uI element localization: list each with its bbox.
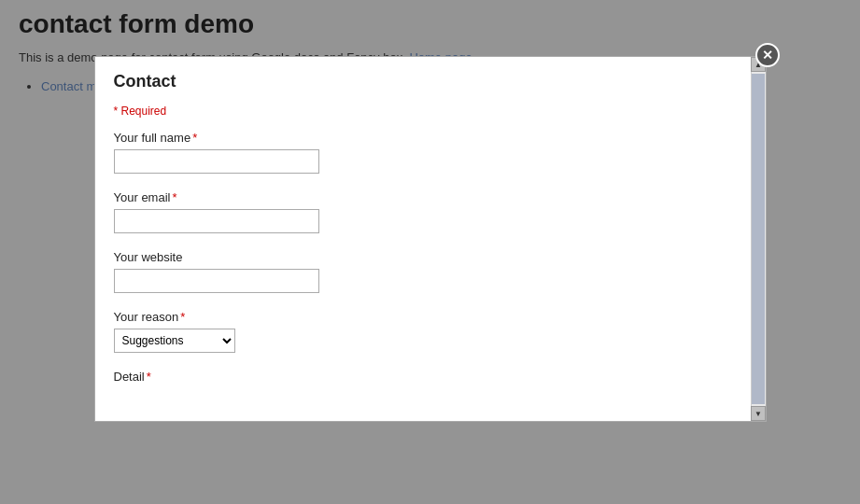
website-input[interactable] — [114, 269, 319, 293]
scrollbar-down-arrow[interactable]: ▼ — [751, 406, 766, 421]
modal-wrapper: ✕ Contact * Required Your full name* — [94, 56, 767, 422]
full-name-required-star: * — [192, 131, 197, 145]
detail-group: Detail* — [114, 370, 732, 384]
email-required-star: * — [172, 190, 176, 204]
close-icon: ✕ — [762, 48, 773, 63]
reason-required-star: * — [180, 310, 185, 324]
full-name-group: Your full name* — [114, 131, 732, 174]
website-group: Your website — [114, 250, 732, 293]
detail-required-star: * — [147, 370, 151, 384]
email-label: Your email* — [114, 190, 732, 204]
modal-scroll-container: Contact * Required Your full name* — [95, 57, 766, 421]
email-group: Your email* — [114, 190, 732, 233]
modal-title: Contact — [114, 72, 732, 91]
modal-scrollbar: ▲ ▼ — [751, 57, 766, 421]
modal-content: Contact * Required Your full name* — [95, 57, 751, 421]
modal-overlay: ✕ Contact * Required Your full name* — [0, 0, 860, 504]
contact-modal: Contact * Required Your full name* — [94, 56, 767, 422]
modal-close-button[interactable]: ✕ — [755, 43, 780, 67]
email-input[interactable] — [114, 209, 319, 233]
page-background: contact form demo This is a demo page fo… — [0, 0, 860, 504]
required-note: * Required — [114, 105, 732, 118]
full-name-label: Your full name* — [114, 131, 732, 145]
website-label: Your website — [114, 250, 732, 264]
detail-label: Detail* — [114, 370, 732, 384]
reason-group: Your reason* Suggestions Question Bug re… — [114, 310, 732, 353]
reason-label: Your reason* — [114, 310, 732, 324]
reason-select[interactable]: Suggestions Question Bug report Other — [114, 329, 235, 353]
full-name-input[interactable] — [114, 149, 319, 174]
scrollbar-thumb[interactable] — [752, 74, 765, 404]
